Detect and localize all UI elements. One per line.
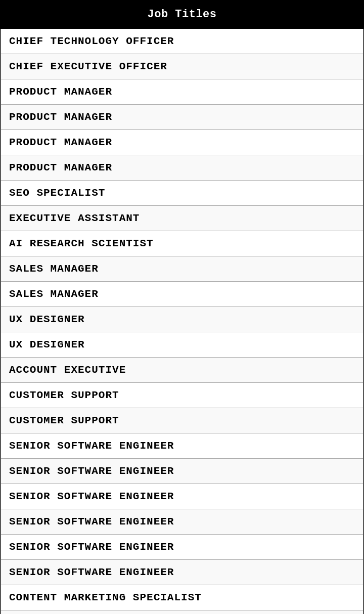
table-row: SENIOR SOFTWARE ENGINEER [1,509,363,535]
table-row: CUSTOMER SUPPORT [1,408,363,433]
table-row: CUSTOMER SUPPORT [1,383,363,408]
table-row: CHIEF EXECUTIVE OFFICER [1,54,363,79]
job-title-cell: SENIOR SOFTWARE ENGINEER [1,433,363,459]
job-title-cell: CUSTOMER SUPPORT [1,383,363,408]
job-title-cell: PRODUCT MANAGER [1,105,363,130]
table-row: SENIOR SOFTWARE ENGINEER [1,433,363,459]
job-title-cell: CHIEF EXECUTIVE OFFICER [1,54,363,79]
job-title-cell: CUSTOMER SUPPORT [1,408,363,433]
job-title-cell: EXECUTIVE ASSISTANT [1,206,363,231]
job-titles-table: Job Titles CHIEF TECHNOLOGY OFFICERCHIEF… [0,0,364,614]
table-row: SENIOR SOFTWARE ENGINEER [1,560,363,585]
job-title-cell: CONTENT MARKETING SPECIALIST [1,585,363,610]
job-title-cell: PRODUCT MANAGER [1,79,363,105]
job-title-cell: UX DESIGNER [1,307,363,332]
table-row: SALES MANAGER [1,256,363,282]
job-title-cell: ACCOUNT EXECUTIVE [1,358,363,383]
table-row: PRODUCT MANAGER [1,105,363,130]
job-title-cell: SEO SPECIALIST [1,181,363,206]
table-row: SCRUM MASTER [1,610,363,615]
table-row: ACCOUNT EXECUTIVE [1,358,363,383]
job-title-cell: SENIOR SOFTWARE ENGINEER [1,484,363,509]
table-row: SEO SPECIALIST [1,181,363,206]
job-title-cell: AI RESEARCH SCIENTIST [1,231,363,256]
job-title-cell: PRODUCT MANAGER [1,155,363,181]
table-row: PRODUCT MANAGER [1,130,363,155]
table-row: AI RESEARCH SCIENTIST [1,231,363,256]
job-title-cell: SALES MANAGER [1,256,363,282]
table-row: SENIOR SOFTWARE ENGINEER [1,459,363,484]
table-row: UX DESIGNER [1,332,363,358]
table-row: UX DESIGNER [1,307,363,332]
job-title-cell: SENIOR SOFTWARE ENGINEER [1,459,363,484]
job-title-cell: PRODUCT MANAGER [1,130,363,155]
table-row: PRODUCT MANAGER [1,155,363,181]
job-title-cell: CHIEF TECHNOLOGY OFFICER [1,28,363,54]
table-row: CONTENT MARKETING SPECIALIST [1,585,363,610]
job-title-cell: SENIOR SOFTWARE ENGINEER [1,560,363,585]
table-row: SALES MANAGER [1,282,363,307]
table-row: PRODUCT MANAGER [1,79,363,105]
table-row: EXECUTIVE ASSISTANT [1,206,363,231]
job-title-cell: SENIOR SOFTWARE ENGINEER [1,535,363,560]
job-title-cell: UX DESIGNER [1,332,363,358]
table-row: SENIOR SOFTWARE ENGINEER [1,535,363,560]
job-title-cell: SCRUM MASTER [1,610,363,615]
table-header: Job Titles [1,1,363,28]
table-row: CHIEF TECHNOLOGY OFFICER [1,28,363,54]
job-title-cell: SENIOR SOFTWARE ENGINEER [1,509,363,535]
table-row: SENIOR SOFTWARE ENGINEER [1,484,363,509]
job-title-cell: SALES MANAGER [1,282,363,307]
